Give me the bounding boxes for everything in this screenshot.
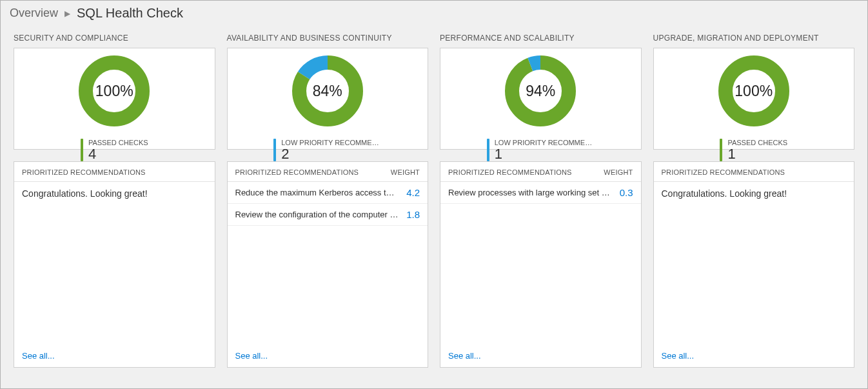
donut-chart: 94% [504, 55, 577, 127]
recommendation-weight: 0.3 [620, 187, 633, 198]
bar-icon [720, 139, 722, 161]
recommendations-card: PRIORITIZED RECOMMENDATIONSCongratulatio… [14, 161, 215, 368]
recommendation-text: Review the configuration of the computer… [235, 210, 399, 219]
panels-container: SECURITY AND COMPLIANCE 100% PASSED CHEC… [1, 27, 867, 381]
bar-icon [487, 139, 489, 161]
chart-card[interactable]: 100% PASSED CHECKS 1 [653, 48, 855, 150]
bar-icon [81, 139, 83, 161]
chevron-right-icon: ▶ [64, 9, 70, 18]
col-prioritized: PRIORITIZED RECOMMENDATIONS [235, 168, 359, 176]
breadcrumb-root[interactable]: Overview [10, 6, 58, 20]
col-prioritized: PRIORITIZED RECOMMENDATIONS [448, 168, 572, 176]
see-all-link[interactable]: See all... [22, 351, 55, 361]
category-panel: AVAILABILITY AND BUSINESS CONTINUITY 84%… [227, 34, 429, 368]
category-title: AVAILABILITY AND BUSINESS CONTINUITY [227, 34, 429, 43]
recommendation-row[interactable]: Review processes with large working set … [440, 182, 641, 204]
recommendation-weight: 4.2 [406, 187, 420, 198]
metric-value: 4 [88, 146, 148, 161]
congrats-text: Congratulations. Looking great! [14, 182, 215, 205]
metric-value: 2 [281, 146, 381, 161]
donut-chart: 84% [291, 55, 364, 127]
recommendations-card: PRIORITIZED RECOMMENDATIONSCongratulatio… [653, 161, 855, 368]
metric-passed: PASSED CHECKS 4 [81, 139, 148, 161]
metric-value: 1 [495, 146, 595, 161]
metric-low-priority: LOW PRIORITY RECOMMENDATIO... 2 [273, 139, 381, 161]
category-panel: SECURITY AND COMPLIANCE 100% PASSED CHEC… [14, 34, 215, 368]
metrics: PASSED CHECKS 1 [720, 139, 787, 161]
see-all-link[interactable]: See all... [662, 351, 695, 361]
recommendations-header: PRIORITIZED RECOMMENDATIONS [14, 162, 215, 182]
see-all-link[interactable]: See all... [235, 351, 268, 361]
recommendation-row[interactable]: Review the configuration of the computer… [228, 204, 428, 226]
metric-passed: PASSED CHECKS 1 [720, 139, 787, 161]
chart-card[interactable]: 94% LOW PRIORITY RECOMMENDATIO... 1 PASS… [440, 48, 642, 150]
metrics: PASSED CHECKS 4 [81, 139, 148, 161]
recommendations-card: PRIORITIZED RECOMMENDATIONSWEIGHTReview … [440, 161, 642, 368]
chart-card[interactable]: 100% PASSED CHECKS 4 [14, 48, 215, 150]
bar-icon [273, 139, 276, 161]
recommendations-header: PRIORITIZED RECOMMENDATIONS [654, 162, 854, 182]
breadcrumb-current: SQL Health Check [77, 6, 183, 21]
metric-label: LOW PRIORITY RECOMMENDATIO... [281, 139, 381, 146]
congrats-text: Congratulations. Looking great! [654, 182, 854, 205]
col-prioritized: PRIORITIZED RECOMMENDATIONS [22, 168, 146, 176]
col-weight: WEIGHT [391, 168, 420, 176]
category-panel: UPGRADE, MIGRATION AND DEPLOYMENT 100% P… [653, 34, 855, 368]
donut-percent: 100% [78, 55, 150, 127]
donut-percent: 100% [718, 55, 790, 127]
donut-chart: 100% [78, 55, 150, 127]
metric-label: LOW PRIORITY RECOMMENDATIO... [495, 139, 595, 146]
recommendations-card: PRIORITIZED RECOMMENDATIONSWEIGHTReduce … [227, 161, 429, 368]
metric-label: PASSED CHECKS [727, 139, 787, 146]
breadcrumb: Overview ▶ SQL Health Check [1, 1, 867, 27]
recommendation-text: Review processes with large working set … [448, 188, 612, 197]
category-panel: PERFORMANCE AND SCALABILITY 94% LOW PRIO… [440, 34, 642, 368]
recommendation-row[interactable]: Reduce the maximum Kerberos access token… [228, 182, 428, 204]
metric-low-priority: LOW PRIORITY RECOMMENDATIO... 1 [487, 139, 595, 161]
donut-percent: 94% [504, 55, 577, 127]
see-all-link[interactable]: See all... [448, 351, 481, 361]
recommendation-weight: 1.8 [406, 209, 420, 220]
page-root: Overview ▶ SQL Health Check SECURITY AND… [0, 0, 868, 389]
metric-value: 1 [727, 146, 787, 161]
donut-chart: 100% [718, 55, 790, 127]
col-weight: WEIGHT [604, 168, 633, 176]
chart-card[interactable]: 84% LOW PRIORITY RECOMMENDATIO... 2 PASS… [227, 48, 429, 150]
recommendations-header: PRIORITIZED RECOMMENDATIONSWEIGHT [228, 162, 428, 182]
recommendations-header: PRIORITIZED RECOMMENDATIONSWEIGHT [440, 162, 641, 182]
category-title: SECURITY AND COMPLIANCE [14, 34, 215, 43]
col-prioritized: PRIORITIZED RECOMMENDATIONS [662, 168, 785, 176]
category-title: UPGRADE, MIGRATION AND DEPLOYMENT [653, 34, 855, 43]
metric-label: PASSED CHECKS [88, 139, 148, 146]
donut-percent: 84% [291, 55, 364, 127]
recommendation-text: Reduce the maximum Kerberos access token… [235, 188, 399, 197]
category-title: PERFORMANCE AND SCALABILITY [440, 34, 642, 43]
